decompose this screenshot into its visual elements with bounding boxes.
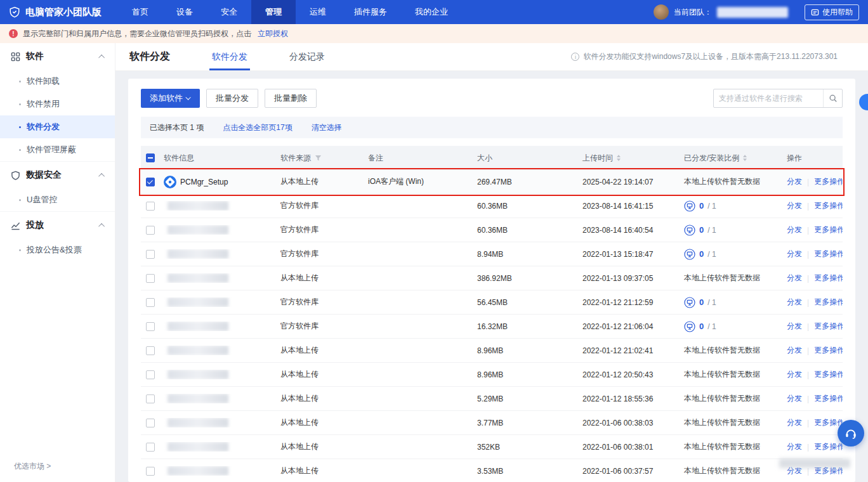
row-checkbox[interactable] [146,322,155,331]
distribute-link[interactable]: 分发 [787,273,802,283]
table-row[interactable]: PCMgr_Setup 从本地上传 iOA客户端 (Win) 269.47MB … [141,170,843,194]
sidebar-header-software[interactable]: 软件 [0,43,115,70]
column-install-ratio[interactable]: 已分发/安装比例 [683,153,786,164]
more-actions-link[interactable]: 更多操作 [814,345,843,356]
more-actions-link[interactable]: 更多操作 [814,225,843,235]
distribute-link[interactable]: 分发 [787,441,802,452]
customer-service-button[interactable] [838,420,864,446]
row-checkbox[interactable] [146,250,155,259]
table-row[interactable]: 官方软件库 60.36MB 2023-08-14 16:41:15 0 / 1 … [141,194,843,218]
sidebar-header-delivery[interactable]: 投放 [0,212,115,238]
device-count-icon[interactable] [684,200,695,212]
add-software-button[interactable]: 添加软件 [141,89,200,108]
distribute-link[interactable]: 分发 [787,393,802,404]
upload-time: 2022-01-12 21:12:59 [581,298,683,307]
device-count-icon[interactable] [684,225,695,236]
sidebar-header-data-security[interactable]: 数据安全 [0,162,115,188]
table-row[interactable]: 从本地上传 386.92MB 2022-01-13 09:37:05 本地上传软… [141,266,843,290]
column-software-source[interactable]: 软件来源 [279,153,367,164]
distribute-link[interactable]: 分发 [787,321,802,332]
row-checkbox[interactable] [146,298,155,307]
distribute-link[interactable]: 分发 [787,297,802,308]
row-checkbox[interactable] [146,346,155,355]
distribute-link[interactable]: 分发 [787,466,802,476]
sidebar-item-software-manage-block[interactable]: 软件管理屏蔽 [0,138,115,161]
select-all-checkbox[interactable] [146,153,155,162]
install-ratio-cell: 本地上传软件暂无数据 [683,176,786,187]
nav-manage[interactable]: 管理 [251,0,296,24]
more-actions-link[interactable]: 更多操作 [814,200,843,211]
table-row[interactable]: 官方软件库 60.36MB 2023-08-14 16:40:54 0 / 1 … [141,218,843,242]
table-row[interactable]: 官方软件库 56.45MB 2022-01-12 21:12:59 0 / 1 … [141,290,843,315]
more-actions-link[interactable]: 更多操作 [814,176,843,187]
more-actions-link[interactable]: 更多操作 [814,297,843,308]
sidebar-item-software-disable[interactable]: 软件禁用 [0,93,115,115]
sidebar-item-delivery-announcement-vote[interactable]: 投放公告&投票 [0,238,115,261]
distribute-link[interactable]: 分发 [787,345,802,356]
software-name-blurred [168,201,228,211]
more-actions-link[interactable]: 更多操作 [814,369,843,380]
nav-security[interactable]: 安全 [207,0,251,24]
distribute-link[interactable]: 分发 [787,369,802,380]
device-count-icon[interactable] [684,297,695,308]
row-checkbox[interactable] [146,226,155,235]
authorize-now-link[interactable]: 立即授权 [258,29,288,39]
table-row[interactable]: 从本地上传 5.29MB 2022-01-12 18:55:36 本地上传软件暂… [141,387,843,411]
row-checkbox[interactable] [146,467,155,476]
clear-selection-link[interactable]: 清空选择 [312,122,342,133]
sidebar-item-usb-control[interactable]: U盘管控 [0,188,115,211]
table-row[interactable]: 官方软件库 8.94MB 2022-01-13 15:18:47 0 / 1 分… [141,242,843,266]
table-row[interactable]: 从本地上传 352KB 2022-01-06 00:38:01 本地上传软件暂无… [141,435,843,459]
row-checkbox[interactable] [146,419,155,427]
distribute-link[interactable]: 分发 [787,176,802,187]
sort-icon[interactable] [743,155,747,161]
row-checkbox[interactable] [146,394,155,403]
table-row[interactable]: 从本地上传 3.53MB 2022-01-06 00:37:57 本地上传软件暂… [141,459,843,482]
distribute-link[interactable]: 分发 [787,225,802,235]
row-checkbox[interactable] [146,202,155,211]
tab-software-distribution[interactable]: 软件分发 [212,43,247,70]
more-actions-link[interactable]: 更多操作 [814,321,843,332]
nav-my-enterprise[interactable]: 我的企业 [401,0,462,24]
tab-distribution-records[interactable]: 分发记录 [289,43,325,70]
nav-ops[interactable]: 运维 [296,0,340,24]
distribute-link[interactable]: 分发 [787,200,802,211]
table-row[interactable]: 从本地上传 3.77MB 2022-01-06 00:38:03 本地上传软件暂… [141,411,843,435]
table-row[interactable]: 从本地上传 8.96MB 2022-01-12 21:02:41 本地上传软件暂… [141,339,843,363]
batch-distribute-button[interactable]: 批量分发 [206,89,258,108]
sort-icon[interactable] [617,155,621,161]
device-count-icon[interactable] [684,249,695,260]
more-actions-link[interactable]: 更多操作 [814,417,843,428]
more-actions-link[interactable]: 更多操作 [814,249,843,259]
search-button[interactable] [823,89,842,107]
device-count-icon[interactable] [684,321,695,332]
row-checkbox[interactable] [146,178,155,186]
row-checkbox[interactable] [146,443,155,452]
column-upload-time[interactable]: 上传时间 [581,153,683,164]
sidebar-item-software-uninstall[interactable]: 软件卸载 [0,70,115,93]
filter-icon[interactable] [315,155,322,162]
install-ratio-cell: 0 / 1 [683,249,786,260]
distribute-link[interactable]: 分发 [787,417,802,428]
market-link[interactable]: 优选市场 > [14,461,51,472]
row-checkbox[interactable] [146,274,155,283]
table-header: 软件信息 软件来源 备注 大小 上传时间 [141,146,843,170]
search-input[interactable] [714,94,823,103]
row-checkbox[interactable] [146,370,155,379]
select-all-pages-link[interactable]: 点击全选全部页17项 [223,122,292,133]
avatar[interactable] [654,4,669,20]
more-actions-link[interactable]: 更多操作 [814,393,843,404]
more-actions-link[interactable]: 更多操作 [814,466,843,476]
sidebar-item-label: U盘管控 [27,194,57,205]
more-actions-link[interactable]: 更多操作 [814,273,843,283]
nav-devices[interactable]: 设备 [162,0,207,24]
table-row[interactable]: 官方软件库 16.32MB 2022-01-12 21:06:04 0 / 1 … [141,315,843,339]
sidebar-item-software-distribution[interactable]: 软件分发 [0,115,115,138]
more-actions-link[interactable]: 更多操作 [814,441,843,452]
batch-delete-button[interactable]: 批量删除 [265,89,317,108]
help-button[interactable]: 使用帮助 [805,4,859,20]
nav-home[interactable]: 首页 [118,0,162,24]
nav-plugin-services[interactable]: 插件服务 [340,0,401,24]
table-row[interactable]: 从本地上传 8.96MB 2022-01-12 20:50:43 本地上传软件暂… [141,363,843,387]
distribute-link[interactable]: 分发 [787,249,802,259]
